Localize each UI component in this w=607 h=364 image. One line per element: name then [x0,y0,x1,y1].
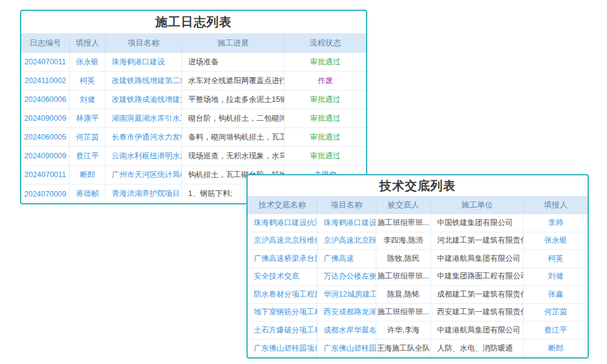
table-row[interactable]: 2024090009蔡江平云南水利枢纽潜明水库一...现场巡查，无积水现象，水马… [21,147,366,166]
project-link[interactable]: 青海洪湖养护院项目 [106,184,182,203]
status-badge: 审批通过 [285,53,366,71]
log-id-link[interactable]: 2024110002 [21,72,70,90]
disclosure-name-link[interactable]: 土石方爆破分项工程... [248,322,317,339]
receiver-text: 施工班组带班... [376,268,431,286]
disclosure-name-link[interactable]: 广东佛山碧桂园项目... [248,340,317,358]
table-row[interactable]: 广佛高速桥梁承台施...广佛高速陈牧,陈民中建港航局集团有限公司柯英 [248,250,588,268]
log-id-link[interactable]: 2024060006 [21,90,70,109]
reporter-link[interactable]: 张永银 [524,232,588,250]
project-link[interactable]: 广州市天河区统计局机房... [106,166,182,184]
disclosure-name-link[interactable]: 地下室钢筋分项工程... [248,304,317,322]
receiver-text: 陈晨,陈铭 [376,286,431,303]
log-col-header-id: 日志编号 [21,33,70,53]
reporter-link[interactable]: 蔡江平 [524,322,588,339]
project-link[interactable]: 广佛高速 [317,250,376,268]
log-col-header-progress: 施工进展 [182,33,285,53]
disclosure-name-link[interactable]: 京沪高速北京段维修... [248,232,317,250]
log-id-link[interactable]: 2024090009 [21,147,70,165]
log-col-header-status: 流程状态 [285,33,366,53]
project-link[interactable]: 改建铁路成渝线增建第二... [106,90,182,109]
reporter-link[interactable]: 张永银 [70,53,106,71]
unit-text: 中建集团路面工程有限公司 [431,268,524,286]
table-row[interactable]: 京沪高速北京段维修...京沪高速北京段维修李四海,陈浩河北建工第一建筑有限责任公… [248,232,588,251]
disclosure-name-link[interactable]: 珠海鹤港口建设抗浮... [248,214,317,232]
project-link[interactable]: 万达办公楼左侧A... [317,268,376,286]
progress-text: 现场巡查，无积水现象，水马... [182,147,285,165]
disclosure-table-header: 技术交底名称 项目名称 被交底人 施工单位 填报人 [248,196,588,214]
table-row[interactable]: 土石方爆破分项工程...成都水岸华庭名苑...许华,李海中建港航局集团有限公司蔡… [248,322,588,340]
reporter-link[interactable]: 刘健 [524,268,588,286]
reporter-link[interactable]: 断郎 [524,340,588,358]
status-badge: 审批通过 [285,147,366,165]
project-link[interactable]: 华润12城房建工... [317,286,376,303]
disclosure-col-header-unit: 施工单位 [431,196,524,214]
project-link[interactable]: 西安成都路龙湖上... [317,304,376,322]
unit-text: 成都建工第一建筑有限责任公司 [431,286,524,303]
project-link[interactable]: 广东佛山碧桂园项目 [317,340,376,358]
table-row[interactable]: 2024060006刘健改建铁路成渝线增建第二...平整场地，拉走多余泥土15辆… [21,90,366,109]
reporter-link[interactable]: 刘健 [70,90,106,109]
reporter-link[interactable]: 柯英 [524,250,588,268]
log-id-link[interactable]: 2024070009 [21,184,70,203]
disclosure-panel-title: 技术交底列表 [248,175,588,196]
receiver-text: 王海施工队全队 [376,340,431,358]
receiver-text: 李四海,陈浩 [376,232,431,250]
project-link[interactable]: 云南水利枢纽潜明水库一... [106,147,182,165]
unit-text: 中建港航局集团有限公司 [431,250,524,268]
table-row[interactable]: 珠海鹤港口建设抗浮...珠海鹤港口建设施工班组带班...中国铁建集团有限公司李帅 [248,214,588,232]
reporter-link[interactable]: 蔡江平 [70,147,106,165]
reporter-link[interactable]: 林康平 [70,109,106,127]
disclosure-table-body: 珠海鹤港口建设抗浮...珠海鹤港口建设施工班组带班...中国铁建集团有限公司李帅… [248,214,588,357]
receiver-text: 施工班组带班... [376,304,431,322]
log-id-link[interactable]: 2024090009 [21,109,70,127]
table-row[interactable]: 安全技术交底万达办公楼左侧A...施工班组带班...中建集团路面工程有限公司刘健 [248,268,588,286]
status-badge: 审批通过 [285,90,366,109]
technical-disclosure-panel: 技术交底列表 技术交底名称 项目名称 被交底人 施工单位 填报人 珠海鹤港口建设… [246,174,589,359]
table-row[interactable]: 防水卷材分项工程施...华润12城房建工...陈晨,陈铭成都建工第一建筑有限责任… [248,286,588,304]
project-link[interactable]: 湖南洞庭湖水库引水工程... [106,109,182,127]
project-link[interactable]: 长春市伊通河水力发电厂... [106,128,182,146]
disclosure-name-link[interactable]: 安全技术交底 [248,268,317,286]
reporter-link[interactable]: 何芷茵 [70,128,106,146]
table-row[interactable]: 地下室钢筋分项工程...西安成都路龙湖上...施工班组带班...西安建工第一建筑… [248,304,588,322]
progress-text: 砌台阶，钩机排土，二包砌间... [182,109,285,127]
receiver-text: 施工班组带班... [376,214,431,232]
reporter-link[interactable]: 柯英 [70,72,106,90]
reporter-link[interactable]: 李帅 [524,214,588,232]
reporter-link[interactable]: 蒋德帧 [70,184,106,203]
status-badge: 作废 [285,72,366,90]
disclosure-col-header-receiver: 被交底人 [376,196,431,214]
progress-text: 备料，砌间墙钩机排土，瓦工... [182,128,285,146]
reporter-link[interactable]: 断郎 [70,166,106,184]
disclosure-col-header-name: 技术交底名称 [248,196,317,214]
unit-text: 西安建工第一建筑有限责任公司 [431,304,524,322]
unit-text: 中国铁建集团有限公司 [431,214,524,232]
log-id-link[interactable]: 2024070011 [21,166,70,184]
disclosure-col-header-reporter: 填报人 [524,196,588,214]
log-panel-title: 施工日志列表 [21,11,366,33]
status-badge: 审批通过 [285,109,366,127]
log-table-header: 日志编号 填报人 项目名称 施工进展 流程状态 [21,33,366,53]
table-row[interactable]: 2024090009林康平湖南洞庭湖水库引水工程...砌台阶，钩机排土，二包砌间… [21,109,366,128]
project-link[interactable]: 改建铁路线增建第二线直... [106,72,182,90]
project-link[interactable]: 珠海鹤港口建设 [317,214,376,232]
project-link[interactable]: 珠海鹤港口建设 [106,53,182,71]
table-row[interactable]: 广东佛山碧桂园项目...广东佛山碧桂园项目王海施工队全队人防、水电、消防暖通断郎 [248,340,588,358]
receiver-text: 陈牧,陈民 [376,250,431,268]
table-row[interactable]: 2024070011张永银珠海鹤港口建设进场准备审批通过 [21,53,366,72]
log-col-header-project: 项目名称 [106,33,182,53]
log-id-link[interactable]: 2024060005 [21,128,70,146]
log-col-header-reporter: 填报人 [70,33,106,53]
unit-text: 中建港航局集团有限公司 [431,322,524,339]
progress-text: 水车对全线遮阳网覆盖点进行... [182,72,285,90]
reporter-link[interactable]: 张鑫 [524,286,588,303]
disclosure-name-link[interactable]: 广佛高速桥梁承台施... [248,250,317,268]
project-link[interactable]: 京沪高速北京段维修 [317,232,376,250]
reporter-link[interactable]: 何芷茵 [524,304,588,322]
project-link[interactable]: 成都水岸华庭名苑... [317,322,376,339]
disclosure-name-link[interactable]: 防水卷材分项工程施... [248,286,317,303]
log-id-link[interactable]: 2024070011 [21,53,70,71]
table-row[interactable]: 2024060005何芷茵长春市伊通河水力发电厂...备料，砌间墙钩机排土，瓦工… [21,128,366,147]
status-badge: 审批通过 [285,128,366,146]
table-row[interactable]: 2024110002柯英改建铁路线增建第二线直...水车对全线遮阳网覆盖点进行.… [21,72,366,90]
